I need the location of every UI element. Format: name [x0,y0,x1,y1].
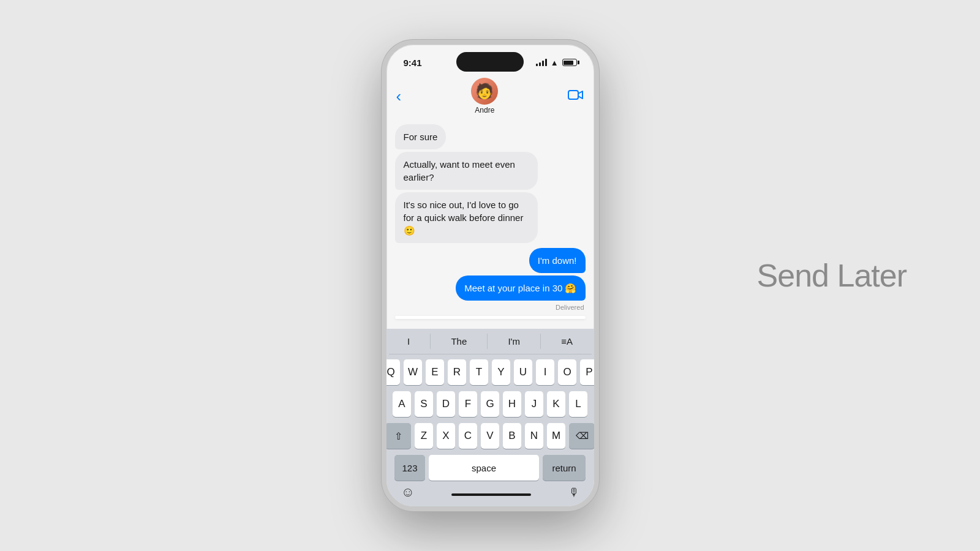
microphone-key[interactable]: 🎙 [568,486,579,499]
key-l[interactable]: L [569,391,587,417]
suggestion-the[interactable]: The [443,334,474,349]
key-m[interactable]: M [547,423,565,449]
iphone-shell: 9:41 ▲ ‹ 🧑 Andre [382,40,599,511]
keyboard-row-2: A S D F G H J K L [389,391,592,417]
video-call-button[interactable] [568,89,584,103]
keyboard-row-4: 123 space return [389,455,592,481]
key-k[interactable]: K [547,391,565,417]
key-q[interactable]: Q [382,359,400,385]
send-later-header: ● Tomorrow at 10:00 AM › × [395,316,586,319]
avatar: 🧑 [471,78,498,105]
svg-rect-0 [568,91,578,99]
nav-bar: ‹ 🧑 Andre [386,75,594,119]
keyboard-row-3: ⇧ Z X C V B N M ⌫ [389,423,592,449]
key-w[interactable]: W [404,359,422,385]
key-u[interactable]: U [514,359,532,385]
suggestion-format[interactable]: ≡A [554,334,580,349]
suggestion-im[interactable]: I'm [500,334,527,349]
keyboard-bottom-bar: ☺ 🎙 [389,483,592,504]
message-bubble: I'm down! [529,248,586,273]
delivered-label: Delivered [556,304,584,311]
key-y[interactable]: Y [492,359,510,385]
status-time: 9:41 [404,58,422,68]
key-d[interactable]: D [437,391,455,417]
message-bubble: Meet at your place in 30 🤗 [456,276,585,301]
return-key[interactable]: return [543,455,586,481]
key-t[interactable]: T [470,359,488,385]
key-o[interactable]: O [558,359,576,385]
keyboard: I The I'm ≡A Q W E R T Y U I O P [386,329,594,506]
messages-area: For sure Actually, want to meet even ear… [386,119,594,329]
delete-key[interactable]: ⌫ [569,423,595,449]
message-bubble: For sure [395,124,447,149]
contact-name: Andre [475,106,494,114]
home-indicator [451,493,531,496]
key-c[interactable]: C [459,423,477,449]
key-j[interactable]: J [525,391,543,417]
numbers-key[interactable]: 123 [394,455,425,481]
message-bubble: It's so nice out, I'd love to go for a q… [395,192,538,243]
key-z[interactable]: Z [415,423,433,449]
dynamic-island [456,52,524,72]
send-later-card: ● Tomorrow at 10:00 AM › × + Happy birth… [395,316,586,319]
message-bubble: Actually, want to meet even earlier? [395,152,538,190]
key-e[interactable]: E [426,359,444,385]
key-r[interactable]: R [448,359,466,385]
key-g[interactable]: G [481,391,499,417]
send-later-label: Send Later [757,257,907,294]
keyboard-suggestions: I The I'm ≡A [389,334,592,354]
keyboard-row-1: Q W E R T Y U I O P [389,359,592,385]
key-x[interactable]: X [437,423,455,449]
key-n[interactable]: N [525,423,543,449]
key-b[interactable]: B [503,423,521,449]
scene: Send Later 9:41 ▲ ‹ [0,0,980,551]
status-icons: ▲ [536,58,577,67]
contact-info[interactable]: 🧑 Andre [471,78,498,114]
suggestion-i[interactable]: I [400,334,417,349]
space-key[interactable]: space [429,455,539,481]
signal-bars-icon [536,59,547,66]
key-i[interactable]: I [536,359,554,385]
key-h[interactable]: H [503,391,521,417]
emoji-key[interactable]: ☺ [401,484,415,500]
key-s[interactable]: S [415,391,433,417]
wifi-icon: ▲ [551,58,559,67]
key-v[interactable]: V [481,423,499,449]
shift-key[interactable]: ⇧ [385,423,411,449]
key-f[interactable]: F [459,391,477,417]
key-a[interactable]: A [393,391,411,417]
avatar-emoji: 🧑 [475,84,494,99]
battery-icon [562,59,577,66]
back-button[interactable]: ‹ [396,87,402,106]
key-p[interactable]: P [580,359,598,385]
